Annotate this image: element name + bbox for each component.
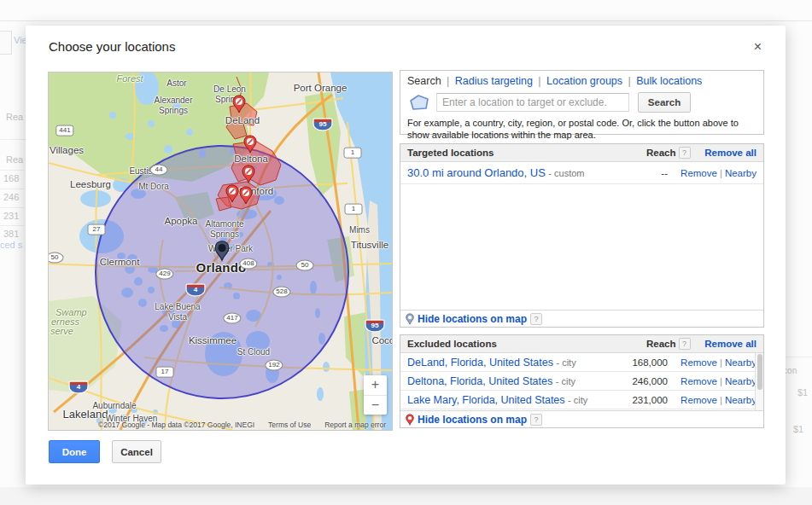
remove-all-targeted-link[interactable]: Remove all (704, 148, 757, 158)
background-text-fragment: Rea (6, 112, 23, 122)
excluded-location-link[interactable]: Deltona, Florida, United States (407, 375, 552, 387)
background-link-fragment: ced s (0, 240, 22, 250)
background-divider (0, 189, 24, 189)
hide-excluded-locations-link[interactable]: Hide locations on map (418, 414, 527, 426)
background-divider (0, 170, 24, 171)
action-separator: | (717, 168, 725, 178)
excluded-location-link[interactable]: Lake Mary, Florida, United States (407, 394, 565, 406)
terms-of-use-link[interactable]: Terms of Use (268, 421, 311, 429)
reach-value: 231,000 (608, 395, 668, 405)
nearby-locations-link[interactable]: Nearby (725, 395, 757, 405)
map-canvas[interactable]: ForestAstorAlexander SpringsDe Leon Spri… (48, 72, 393, 431)
map-city-label: Lake Buena Vista (155, 302, 200, 322)
hide-locations-help-icon[interactable]: ? (530, 414, 542, 426)
excluded-locations-list: DeLand, Florida, United States - city 16… (400, 353, 763, 411)
map-route-shield: 27 (88, 224, 106, 235)
zoom-out-button[interactable]: − (364, 396, 387, 415)
targeted-location-link[interactable]: 30.0 mi around Orlando, US (407, 166, 546, 179)
tab-separator: | (626, 75, 634, 87)
excluded-list-scrollbar[interactable] (755, 353, 763, 411)
dialog-title: Choose your locations (49, 39, 175, 54)
zoom-in-button[interactable]: + (364, 375, 387, 396)
map-city-label: St Cloud (237, 347, 270, 357)
map-city-label: Eustis (129, 166, 152, 177)
targeted-locations-list: 30.0 mi around Orlando, US - custom -- R… (400, 162, 763, 310)
map-copyright: ©2017 Google - Map data ©2017 Google, IN… (98, 421, 254, 429)
location-type-label: - city (556, 357, 575, 368)
map-attribution: ©2017 Google - Map data ©2017 Google, IN… (98, 421, 390, 429)
remove-location-link[interactable]: Remove (681, 395, 717, 405)
map-route-shield: 1 (344, 148, 362, 159)
excluded-location-pin[interactable] (242, 165, 255, 183)
excluded-location-pin[interactable] (239, 186, 253, 205)
center-location-pin[interactable] (214, 240, 230, 262)
tab-separator: | (444, 75, 452, 87)
map-annotation-layer: ForestAstorAlexander SpringsDe Leon Spri… (49, 73, 392, 430)
background-value-fragment: 168 (3, 173, 19, 183)
hide-locations-help-icon[interactable]: ? (530, 313, 542, 325)
map-city-label: Villages (50, 145, 84, 156)
scrollbar-thumb[interactable] (757, 354, 762, 390)
map-route-shield: 44 (150, 165, 168, 176)
remove-location-link[interactable]: Remove (681, 376, 717, 386)
choose-locations-dialog: Choose your locations × (26, 26, 786, 485)
excluded-hide-locations-footer: Hide locations on map ? (400, 410, 763, 427)
excluded-location-link[interactable]: DeLand, Florida, United States (407, 357, 553, 369)
map-city-label: Kissimmee (189, 335, 237, 346)
hide-targeted-locations-link[interactable]: Hide locations on map (418, 313, 527, 325)
remove-location-link[interactable]: Remove (681, 168, 717, 178)
map-route-shield: 192 (265, 360, 283, 371)
tab-radius-targeting[interactable]: Radius targeting (455, 75, 533, 87)
excluded-location-pin[interactable] (232, 95, 246, 113)
map-route-shield: 429 (155, 269, 173, 280)
nearby-locations-link[interactable]: Nearby (725, 357, 757, 368)
tab-location-groups[interactable]: Location groups (546, 75, 622, 87)
excluded-header-title: Excluded locations (407, 339, 646, 349)
action-separator: | (717, 376, 725, 386)
location-search-input[interactable] (436, 93, 629, 112)
background-value-fragment: $1 (797, 387, 808, 398)
reach-help-icon[interactable]: ? (679, 338, 691, 350)
nearby-locations-link[interactable]: Nearby (725, 376, 757, 386)
tab-bulk-locations[interactable]: Bulk locations (636, 75, 702, 87)
show-map-area-locations-button[interactable] (407, 93, 431, 112)
targeted-locations-header: Targeted locations Reach ? Remove all (400, 144, 763, 162)
remove-location-link[interactable]: Remove (681, 357, 717, 368)
search-row: Search (400, 90, 763, 113)
report-map-error-link[interactable]: Report a map error (324, 421, 386, 429)
map-polygon-icon (408, 94, 430, 112)
tab-search[interactable]: Search (407, 75, 441, 87)
map-route-shield: 417 (223, 313, 241, 324)
search-button[interactable]: Search (638, 92, 691, 113)
close-icon[interactable]: × (754, 40, 762, 54)
reach-column-label: Reach (646, 148, 676, 158)
map-city-label: DeLand (225, 115, 260, 126)
action-separator: | (717, 357, 725, 368)
map-route-shield: 408 (239, 258, 257, 270)
targeted-location-row: 30.0 mi around Orlando, US - custom -- R… (400, 162, 763, 184)
done-button[interactable]: Done (49, 440, 100, 463)
targeted-locations-panel: Targeted locations Reach ? Remove all 30… (400, 143, 764, 328)
reach-value: -- (608, 168, 668, 178)
targeted-header-title: Targeted locations (407, 148, 646, 158)
location-type-label: - city (556, 376, 575, 386)
blue-pin-icon (406, 313, 414, 325)
search-tabs: Search | Radius targeting | Location gro… (400, 71, 763, 90)
background-table-band (0, 487, 812, 505)
excluded-locations-panel: Excluded locations Reach ? Remove all De… (400, 334, 764, 428)
remove-all-excluded-link[interactable]: Remove all (704, 339, 757, 349)
reach-help-icon[interactable]: ? (679, 147, 691, 159)
background-divider (0, 20, 812, 21)
cancel-button[interactable]: Cancel (112, 440, 161, 463)
excluded-location-pin[interactable] (225, 184, 239, 203)
map-route-shield: 50 (296, 260, 314, 271)
map-route-shield: 95 (313, 119, 333, 131)
background-value-fragment: 231 (3, 211, 19, 221)
background-divider (0, 139, 26, 140)
location-type-label: - custom (548, 168, 584, 178)
map-city-label: Deltona (234, 154, 268, 165)
excluded-location-pin[interactable] (243, 135, 257, 154)
nearby-locations-link[interactable]: Nearby (725, 168, 757, 178)
tab-separator: | (535, 75, 543, 87)
reach-value: 246,000 (608, 376, 668, 386)
